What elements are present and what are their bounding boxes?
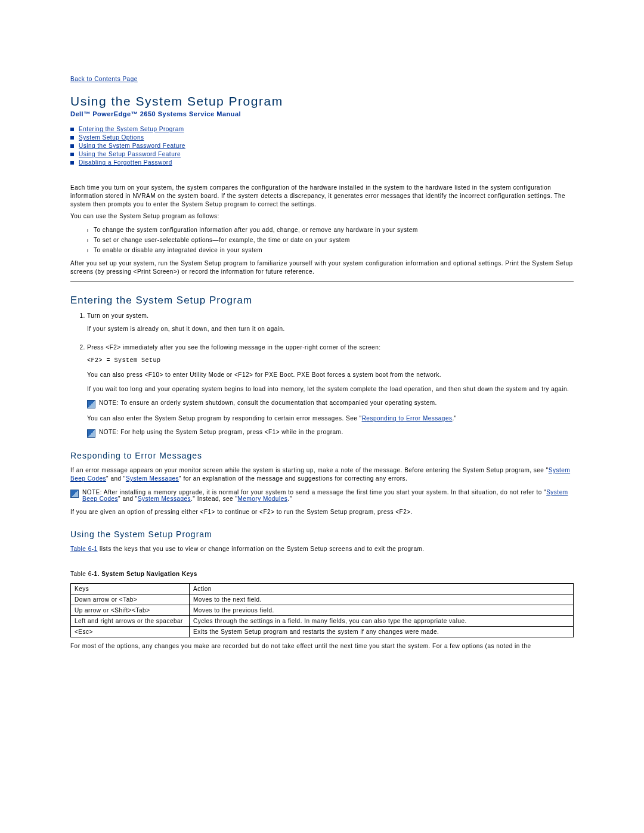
table-cell: Moves to the previous field. [190, 605, 574, 616]
table-cell: Moves to the next field. [190, 594, 574, 605]
text-fragment: " for an explanation of the message and … [179, 475, 407, 482]
intro-paragraph: After you set up your system, run the Sy… [70, 259, 574, 276]
text-fragment: NOTE: After installing a memory upgrade,… [82, 489, 546, 496]
table-caption: Table 6-1. System Setup Navigation Keys [70, 570, 574, 578]
table-cell: Left and right arrows or the spacebar [71, 616, 190, 627]
note-text: NOTE: After installing a memory upgrade,… [82, 489, 574, 502]
table-cell: Down arrow or <Tab> [71, 594, 190, 605]
code-sample: <F2> = System Setup [87, 357, 574, 365]
text-fragment: You can also enter the System Setup prog… [87, 415, 362, 422]
navigation-keys-table: Keys Action Down arrow or <Tab> Moves to… [70, 583, 574, 637]
intro-paragraph: You can use the System Setup program as … [70, 212, 574, 221]
text-fragment: ." [453, 415, 457, 422]
step-item: Press <F2> immediately after you see the… [87, 344, 574, 438]
note: NOTE: After installing a memory upgrade,… [70, 489, 574, 502]
table-cell: Up arrow or <Shift><Tab> [71, 605, 190, 616]
table-row: Keys Action [71, 584, 574, 594]
text-fragment: " and " [106, 475, 126, 482]
toc-link-setup-password[interactable]: Using the Setup Password Feature [79, 151, 181, 157]
table-cell: <Esc> [71, 627, 190, 637]
note-text: NOTE: To ensure an orderly system shutdo… [99, 400, 437, 406]
note-text: NOTE: For help using the System Setup pr… [99, 429, 343, 435]
note: NOTE: To ensure an orderly system shutdo… [87, 400, 574, 408]
table-row: Up arrow or <Shift><Tab> Moves to the pr… [71, 605, 574, 616]
table-row: Left and right arrows or the spacebar Cy… [71, 616, 574, 627]
body-text: For most of the options, any changes you… [70, 642, 574, 651]
table-row: Down arrow or <Tab> Moves to the next fi… [71, 594, 574, 605]
back-to-contents-link[interactable]: Back to Contents Page [70, 76, 138, 82]
note-icon [70, 490, 79, 498]
bullet-icon [70, 153, 74, 156]
responding-link[interactable]: Responding to Error Messages [362, 415, 453, 422]
step-body-text: You can also press <F10> to enter Utilit… [87, 371, 574, 379]
toc-link-entering[interactable]: Entering the System Setup Program [79, 126, 184, 132]
body-text: Table 6-1 lists the keys that you use to… [70, 545, 574, 553]
table-cell: Cycles through the settings in a field. … [190, 616, 574, 627]
system-messages-link[interactable]: System Messages [138, 496, 191, 502]
body-text: If an error message appears on your moni… [70, 466, 574, 483]
table-header-keys: Keys [71, 584, 190, 594]
intro-list: To change the system configuration infor… [87, 227, 574, 253]
subsection-heading-using: Using the System Setup Program [70, 529, 574, 539]
table-header-action: Action [190, 584, 574, 594]
table-6-1-link[interactable]: Table 6-1 [70, 546, 98, 552]
toc-list: Entering the System Setup Program System… [70, 126, 574, 166]
intro-paragraph: Each time you turn on your system, the s… [70, 184, 574, 209]
toc-link-options[interactable]: System Setup Options [79, 134, 144, 141]
body-text: If you are given an option of pressing e… [70, 508, 574, 516]
step-body-text: If your system is already on, shut it do… [87, 325, 574, 333]
note: NOTE: For help using the System Setup pr… [87, 429, 574, 438]
text-fragment: lists the keys that you use to view or c… [98, 546, 425, 552]
text-fragment: " and " [118, 496, 138, 502]
step-text: Press <F2> immediately after you see the… [87, 344, 381, 351]
step-text: Turn on your system. [87, 312, 149, 319]
steps-list: Turn on your system. If your system is a… [81, 312, 574, 438]
text-fragment: 1. System Setup Navigation Keys [94, 571, 197, 577]
list-item: To change the system configuration infor… [87, 227, 574, 233]
section-heading-entering: Entering the System Setup Program [70, 295, 574, 306]
text-fragment: Table 6- [70, 571, 94, 577]
system-messages-link[interactable]: System Messages [126, 475, 179, 482]
table-cell: Exits the System Setup program and resta… [190, 627, 574, 637]
subsection-heading-responding: Responding to Error Messages [70, 451, 574, 460]
bullet-icon [70, 144, 74, 148]
list-item: To set or change user-selectable options… [87, 237, 574, 243]
bullet-icon [70, 161, 74, 165]
note-icon [87, 400, 95, 408]
bullet-icon [70, 136, 74, 140]
toc-link-disabling[interactable]: Disabling a Forgotten Password [79, 159, 172, 166]
text-fragment: If an error message appears on your moni… [70, 467, 549, 473]
text-fragment: ." Instead, see " [191, 496, 237, 502]
bullet-icon [70, 128, 74, 131]
step-body-text: If you wait too long and your operating … [87, 385, 574, 394]
text-fragment: ." [287, 496, 292, 502]
divider [70, 281, 574, 281]
memory-modules-link[interactable]: Memory Modules [238, 496, 288, 502]
toc-link-system-password[interactable]: Using the System Password Feature [79, 143, 185, 149]
page-title: Using the System Setup Program [70, 94, 574, 109]
step-body-text: You can also enter the System Setup prog… [87, 414, 574, 423]
table-row: <Esc> Exits the System Setup program and… [71, 627, 574, 637]
list-item: To enable or disable any integrated devi… [87, 247, 574, 253]
step-item: Turn on your system. If your system is a… [87, 312, 574, 333]
subtitle: Dell™ PowerEdge™ 2650 Systems Service Ma… [70, 110, 574, 119]
note-icon [87, 429, 95, 438]
